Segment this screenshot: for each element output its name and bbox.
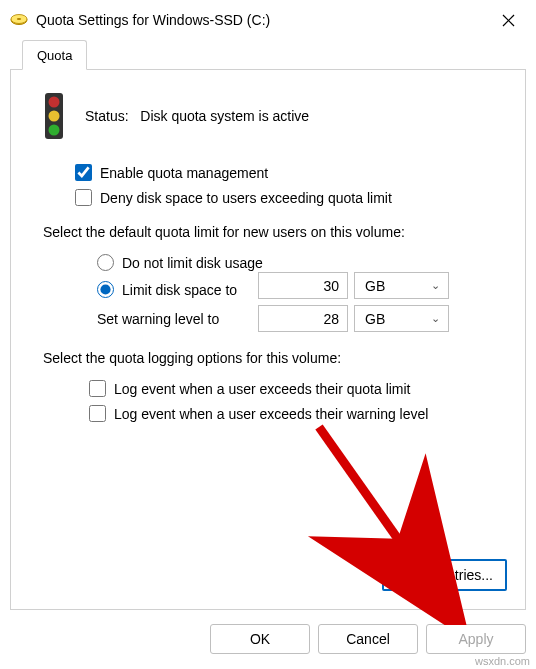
no-limit-label: Do not limit disk usage [122, 255, 263, 271]
log-quota-checkbox[interactable] [89, 380, 106, 397]
chevron-down-icon: ⌄ [431, 279, 440, 292]
tab-quota[interactable]: Quota [22, 40, 87, 70]
deny-space-label: Deny disk space to users exceeding quota… [100, 190, 392, 206]
watermark: wsxdn.com [475, 655, 530, 667]
limit-radio[interactable] [97, 281, 114, 298]
svg-point-2 [17, 18, 21, 20]
status-label: Status: [85, 108, 129, 124]
titlebar: Quota Settings for Windows-SSD (C:) [0, 0, 536, 40]
logging-heading: Select the quota logging options for thi… [29, 350, 507, 366]
log-warning-row: Log event when a user exceeds their warn… [29, 405, 507, 422]
close-button[interactable] [492, 4, 524, 36]
warning-value-input[interactable] [258, 305, 348, 332]
apply-button: Apply [426, 624, 526, 654]
enable-quota-label: Enable quota management [100, 165, 268, 181]
limit-label: Limit disk space to [122, 282, 237, 298]
traffic-light-icon [39, 92, 69, 140]
enable-quota-checkbox[interactable] [75, 164, 92, 181]
svg-point-6 [49, 97, 60, 108]
enable-quota-row: Enable quota management [29, 164, 507, 181]
window-title: Quota Settings for Windows-SSD (C:) [36, 12, 492, 28]
warning-label: Set warning level to [97, 311, 252, 327]
close-icon [502, 14, 515, 27]
warning-unit-text: GB [365, 311, 385, 327]
status-value: Disk quota system is active [140, 108, 309, 124]
limit-unit-select[interactable]: GB ⌄ [354, 272, 449, 299]
log-quota-row: Log event when a user exceeds their quot… [29, 380, 507, 397]
limit-unit-text: GB [365, 278, 385, 294]
status-text: Status: Disk quota system is active [85, 108, 309, 124]
deny-space-row: Deny disk space to users exceeding quota… [29, 189, 507, 206]
chevron-down-icon: ⌄ [431, 312, 440, 325]
quota-panel: Status: Disk quota system is active Enab… [10, 70, 526, 610]
dialog-buttons: OK Cancel Apply [0, 610, 536, 654]
log-warning-checkbox[interactable] [89, 405, 106, 422]
log-quota-label: Log event when a user exceeds their quot… [114, 381, 411, 397]
disk-icon [10, 11, 28, 29]
annotation-arrow [307, 415, 487, 625]
svg-point-8 [49, 125, 60, 136]
limit-value-input[interactable] [258, 272, 348, 299]
tabstrip: Quota [10, 40, 526, 70]
cancel-button[interactable]: Cancel [318, 624, 418, 654]
quota-entries-button[interactable]: Quota Entries... [382, 559, 507, 591]
ok-button[interactable]: OK [210, 624, 310, 654]
warning-unit-select[interactable]: GB ⌄ [354, 305, 449, 332]
limit-heading: Select the default quota limit for new u… [29, 224, 507, 240]
deny-space-checkbox[interactable] [75, 189, 92, 206]
svg-point-7 [49, 111, 60, 122]
status-row: Status: Disk quota system is active [29, 92, 507, 140]
log-warning-label: Log event when a user exceeds their warn… [114, 406, 428, 422]
no-limit-radio[interactable] [97, 254, 114, 271]
